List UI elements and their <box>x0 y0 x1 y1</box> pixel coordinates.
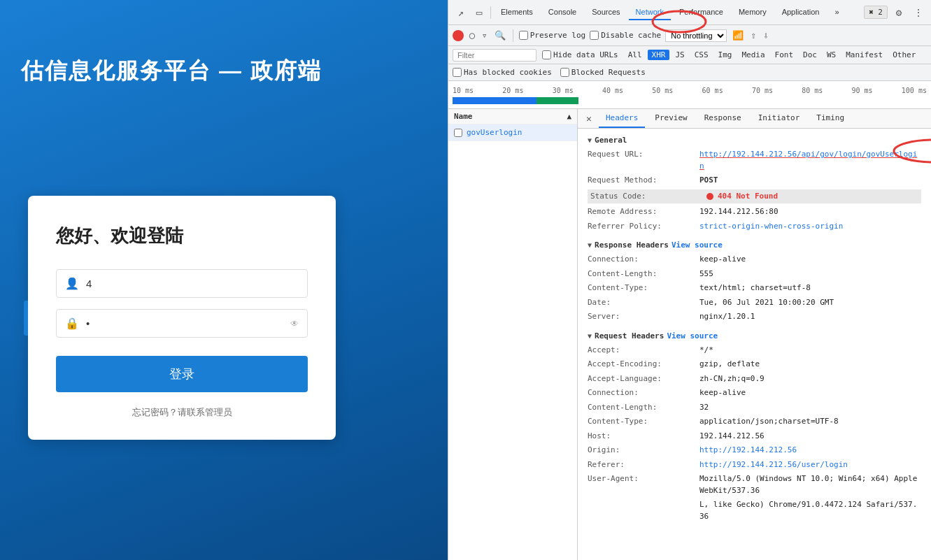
record-button[interactable] <box>453 30 464 41</box>
has-blocked-cookies-label[interactable]: Has blocked cookies <box>453 68 552 77</box>
resp-server-key: Server: <box>588 311 699 323</box>
filter-input[interactable] <box>453 49 536 62</box>
cursor-icon[interactable]: ↗ <box>453 4 469 21</box>
filter-all[interactable]: All <box>624 50 646 60</box>
detail-tab-timing[interactable]: Timing <box>809 109 851 128</box>
tab-elements[interactable]: Elements <box>494 5 540 20</box>
device-icon[interactable]: ▭ <box>471 4 488 21</box>
resp-connection-val: keep-alive <box>699 254 746 266</box>
resp-date-val: Tue, 06 Jul 2021 10:00:20 GMT <box>699 297 834 309</box>
ext-errors[interactable]: ✖ 2 <box>864 6 888 19</box>
site-title: 估信息化服务平台 — 政府端 <box>21 56 322 87</box>
resp-date-key: Date: <box>588 297 699 309</box>
network-conditions-icon[interactable]: 📶 <box>731 29 745 41</box>
remote-address-key: Remote Address: <box>588 206 699 218</box>
blocked-requests-text: Blocked Requests <box>571 68 646 77</box>
username-input[interactable] <box>86 278 299 289</box>
export-icon[interactable]: ⇩ <box>762 29 770 41</box>
more-icon[interactable]: ⋮ <box>910 4 927 21</box>
network-list-header: Name ▲ <box>448 109 577 124</box>
preserve-log-text: Preserve log <box>530 31 585 40</box>
req-connection-key: Connection: <box>588 387 699 399</box>
request-url-row: Request URL: http://192.144.212.56/api/g… <box>588 149 921 172</box>
network-list: Name ▲ govUserlogin <box>448 109 578 560</box>
blocked-requests-label[interactable]: Blocked Requests <box>560 68 646 77</box>
general-section-title: ▼ General <box>588 136 921 145</box>
req-useragent-row: User-Agent: Mozilla/5.0 (Windows NT 10.0… <box>588 473 921 496</box>
filter-ws[interactable]: WS <box>823 50 840 60</box>
detail-tab-headers[interactable]: Headers <box>599 109 645 128</box>
filter-other[interactable]: Other <box>888 50 920 60</box>
remote-address-val: 192.144.212.56:80 <box>699 206 779 218</box>
request-headers-toggle[interactable]: ▼ <box>588 332 592 340</box>
req-accept-language-key: Accept-Language: <box>588 373 699 385</box>
detail-close-button[interactable]: ✕ <box>582 112 596 126</box>
status-code-val: 404 Not Found <box>718 191 778 203</box>
blocked-requests-checkbox[interactable] <box>560 68 569 77</box>
request-method-key: Request Method: <box>588 175 699 187</box>
detail-tab-initiator[interactable]: Initiator <box>751 109 807 128</box>
filter-doc[interactable]: Doc <box>799 50 821 60</box>
req-content-type-row: Content-Type: application/json;charset=U… <box>588 416 921 428</box>
request-headers-view-source[interactable]: View source <box>667 331 718 340</box>
hide-data-urls-text: Hide data URLs <box>553 50 618 59</box>
network-item-checkbox[interactable] <box>454 129 462 137</box>
req-accept-row: Accept: */* <box>588 345 921 357</box>
password-input[interactable] <box>86 317 290 329</box>
disable-cache-checkbox[interactable] <box>590 31 599 40</box>
req-accept-encoding-val: gzip, deflate <box>699 359 760 371</box>
response-headers-view-source[interactable]: View source <box>671 240 723 250</box>
filter-manifest[interactable]: Manifest <box>841 50 887 60</box>
filter-font[interactable]: Font <box>771 50 798 60</box>
tl-50: 50 ms <box>652 87 673 94</box>
tab-memory[interactable]: Memory <box>732 5 774 20</box>
tab-console[interactable]: Console <box>541 5 583 20</box>
req-content-type-val: application/json;charset=UTF-8 <box>699 416 839 428</box>
filter-icon[interactable]: ▿ <box>481 29 489 41</box>
timeline-bar-blue <box>453 97 536 104</box>
import-icon[interactable]: ⇧ <box>749 29 758 41</box>
resp-content-length-key: Content-Length: <box>588 268 699 280</box>
filter-js[interactable]: JS <box>671 50 688 60</box>
req-useragent-cont-val: L, like Gecko) Chrome/91.0.4472.124 Safa… <box>699 499 921 522</box>
general-toggle[interactable]: ▼ <box>588 136 592 144</box>
search-icon[interactable]: 🔍 <box>493 29 507 41</box>
filter-media[interactable]: Media <box>737 50 769 60</box>
eye-icon[interactable]: 👁 <box>290 319 299 329</box>
tab-network[interactable]: Network <box>629 5 671 20</box>
sort-icon[interactable]: ▲ <box>567 112 571 121</box>
disable-cache-label[interactable]: Disable cache <box>590 31 661 40</box>
detail-tab-preview[interactable]: Preview <box>648 109 694 128</box>
req-accept-encoding-key: Accept-Encoding: <box>588 359 699 371</box>
stop-icon[interactable]: ◯ <box>468 29 476 41</box>
tl-90: 90 ms <box>852 87 873 94</box>
req-content-length-key: Content-Length: <box>588 402 699 414</box>
tl-30: 30 ms <box>553 87 574 94</box>
filter-css[interactable]: CSS <box>690 50 713 60</box>
tab-performance[interactable]: Performance <box>672 5 730 20</box>
detail-tabs: ✕ Headers Preview Response Initiator Tim… <box>578 109 931 129</box>
settings-icon[interactable]: ⚙ <box>890 4 907 21</box>
filter-xhr[interactable]: XHR <box>648 50 670 60</box>
response-headers-title-text: Response Headers <box>595 240 669 250</box>
referrer-policy-key: Referrer Policy: <box>588 221 699 233</box>
response-headers-toggle[interactable]: ▼ <box>588 241 592 249</box>
throttle-select[interactable]: No throttling <box>665 29 727 42</box>
network-item-govuserlogin[interactable]: govUserlogin <box>448 124 577 141</box>
detail-tab-response[interactable]: Response <box>697 109 748 128</box>
hide-data-urls-label[interactable]: Hide data URLs <box>542 50 618 59</box>
has-blocked-cookies-checkbox[interactable] <box>453 68 462 77</box>
tab-application[interactable]: Application <box>775 5 827 20</box>
tab-sources[interactable]: Sources <box>585 5 627 20</box>
timeline-labels: 10 ms 20 ms 30 ms 40 ms 50 ms 60 ms 70 m… <box>448 84 931 97</box>
hide-data-urls-checkbox[interactable] <box>542 50 551 59</box>
login-greeting: 您好、欢迎登陆 <box>56 224 308 248</box>
req-content-length-val: 32 <box>699 402 709 414</box>
preserve-log-label[interactable]: Preserve log <box>519 31 585 40</box>
request-url-val: http://192.144.212.56/api/gov/login/govU… <box>699 149 921 172</box>
filter-img[interactable]: Img <box>714 50 737 60</box>
login-button[interactable]: 登录 <box>56 356 308 392</box>
tab-more[interactable]: » <box>827 5 846 20</box>
lock-icon: 🔒 <box>65 317 79 330</box>
preserve-log-checkbox[interactable] <box>519 31 528 40</box>
